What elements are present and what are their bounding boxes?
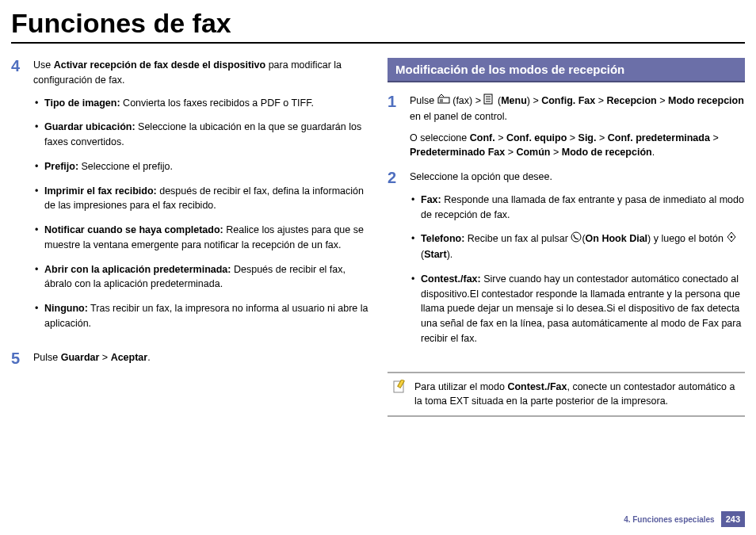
item-value: Convierta los faxes recibidos a PDF o TI…	[120, 97, 314, 109]
step-number: 5	[11, 350, 25, 366]
text-bold: On Hook Dial	[586, 233, 647, 244]
text-bold: Activar recepción de fax desde el dispos…	[54, 59, 265, 71]
text: >	[495, 132, 506, 143]
text: Pulse	[33, 352, 61, 363]
bullet-list: Tipo de imagen: Convierta los faxes reci…	[33, 96, 368, 331]
text-bold: Conf.	[470, 132, 495, 143]
item-key: Tipo de imagen:	[44, 97, 120, 109]
text: O seleccione	[410, 132, 470, 143]
menu-icon	[483, 94, 494, 109]
step-body: Seleccione la opción que desee. Fax: Res…	[410, 170, 745, 356]
item-key: Fax:	[421, 194, 441, 205]
text: Recibe un fax al pulsar	[464, 233, 571, 244]
text: >	[567, 132, 578, 143]
text-bold: Start	[424, 249, 446, 260]
list-item: Telefono: Recibe un fax al pulsar (On Ho…	[421, 231, 745, 262]
step-body: Pulse (fax) > (Menu) > Config. Fax > Rec…	[410, 94, 745, 160]
item-key: Guardar ubicación:	[44, 121, 136, 132]
text: Seleccione la opción que desee.	[410, 171, 552, 182]
text-bold: Recepcion	[607, 95, 657, 106]
chapter-reference: 4. Funciones especiales	[624, 515, 715, 524]
phone-icon	[571, 231, 582, 247]
text-bold: Común	[516, 147, 553, 158]
svg-point-7	[571, 232, 581, 242]
text: en el panel de control.	[410, 111, 507, 122]
page-footer: 4. Funciones especiales 243	[624, 511, 745, 527]
start-icon	[726, 231, 737, 247]
section-heading: Modificación de los modos de recepción	[388, 58, 745, 82]
step-number: 1	[388, 94, 402, 160]
text-bold: Guardar	[61, 352, 100, 363]
left-column: 4 Use Activar recepción de fax desde el …	[11, 58, 368, 417]
step-body: Pulse Guardar > Aceptar.	[33, 350, 368, 366]
text-bold: Menu	[501, 95, 527, 106]
text: (fax) >	[452, 95, 483, 106]
text: Use	[33, 59, 54, 71]
item-value: Tras recibir un fax, la impresora no inf…	[44, 303, 368, 329]
text-bold: Contest./Fax	[507, 381, 567, 392]
text: >	[657, 95, 668, 106]
item-key: Prefijo:	[44, 161, 78, 172]
list-item: Prefijo: Seleccione el prefijo.	[44, 159, 368, 174]
text: Para utilizar el modo	[414, 381, 507, 392]
item-value: Responde una llamada de fax entrante y p…	[421, 194, 744, 220]
text-bold: Conf. predeterminada	[608, 132, 710, 143]
step-body: Use Activar recepción de fax desde el di…	[33, 58, 368, 341]
note-box: Para utilizar el modo Contest./Fax, cone…	[388, 372, 745, 418]
text-bold: Modo de recepción	[562, 147, 652, 158]
item-key: Notificar cuando se haya completado:	[44, 224, 223, 235]
step-number: 2	[388, 170, 402, 356]
text: >	[99, 352, 110, 363]
item-key: Imprimir el fax recibido:	[44, 185, 157, 197]
fax-icon	[437, 94, 450, 109]
text: >	[595, 95, 606, 106]
right-column: Modificación de los modos de recepción 1…	[388, 58, 745, 417]
list-item: Notificar cuando se haya completado: Rea…	[44, 223, 368, 253]
text: ) >	[527, 95, 541, 106]
list-item: Guardar ubicación: Seleccione la ubicaci…	[44, 120, 368, 150]
text-bold: Modo recepcion	[668, 95, 744, 106]
text-bold: Predeterminado Fax	[410, 147, 505, 158]
step-2: 2 Seleccione la opción que desee. Fax: R…	[388, 170, 745, 356]
step-number: 4	[11, 58, 25, 341]
text: >	[596, 132, 607, 143]
item-key: Contest./fax:	[421, 273, 481, 285]
note-text: Para utilizar el modo Contest./Fax, cone…	[414, 380, 740, 410]
text: .	[147, 352, 150, 363]
text: ).	[447, 249, 453, 260]
list-item: Tipo de imagen: Convierta los faxes reci…	[44, 96, 368, 111]
step-1: 1 Pulse (fax) > (Menu) > Config. Fax > R…	[388, 94, 745, 160]
page-number: 243	[721, 511, 745, 527]
item-key: Ninguno:	[44, 303, 88, 314]
text-bold: Sig.	[578, 132, 597, 143]
svg-point-9	[731, 236, 733, 239]
item-key: Telefono:	[421, 233, 464, 244]
bullet-list: Fax: Responde una llamada de fax entrant…	[410, 193, 745, 346]
text: >	[553, 147, 562, 158]
page-title: Funciones de fax	[11, 8, 745, 44]
step-5: 5 Pulse Guardar > Aceptar.	[11, 350, 368, 366]
text-bold: Conf. equipo	[506, 132, 567, 143]
list-item: Imprimir el fax recibido: después de rec…	[44, 184, 368, 214]
text: >	[710, 132, 719, 143]
content-columns: 4 Use Activar recepción de fax desde el …	[11, 58, 745, 417]
list-item: Ninguno: Tras recibir un fax, la impreso…	[44, 301, 368, 331]
note-icon	[392, 380, 407, 394]
list-item: Abrir con la aplicación predeterminada: …	[44, 262, 368, 292]
text-bold: Config. Fax	[541, 95, 595, 106]
text: ) y luego el botón	[647, 233, 726, 244]
item-value: Seleccione el prefijo.	[78, 161, 173, 172]
text: .	[652, 147, 655, 158]
text: >	[505, 147, 516, 158]
list-item: Fax: Responde una llamada de fax entrant…	[421, 193, 745, 223]
text: Pulse	[410, 95, 437, 106]
list-item: Contest./fax: Sirve cuando hay un contes…	[421, 272, 745, 346]
text-bold: Aceptar	[111, 352, 148, 363]
step-4: 4 Use Activar recepción de fax desde el …	[11, 58, 368, 341]
item-key: Abrir con la aplicación predeterminada:	[44, 264, 231, 275]
